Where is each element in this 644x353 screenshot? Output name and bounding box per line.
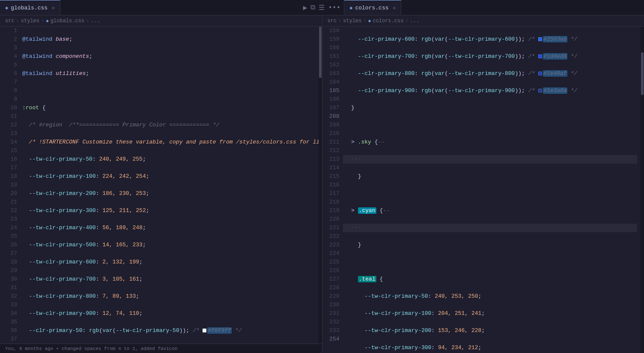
rbc-styles: styles xyxy=(343,18,361,24)
rbc-more: ... xyxy=(410,18,420,24)
left-code-area: 1 2 3 4 5 6 7 8 9 10 11 12 13 14 15 16 1… xyxy=(0,27,322,344)
tab-colors-css[interactable]: ◈ colors.css ✕ xyxy=(344,0,401,15)
right-code-area: 158 159 160 161 162 163 164 185 186 187 … xyxy=(322,27,644,353)
css-icon-right: ◈ xyxy=(349,5,352,11)
left-scrollbar[interactable] xyxy=(319,27,322,344)
css-icon-left: ◈ xyxy=(5,5,8,11)
rbc-filename: colors.css xyxy=(373,18,403,24)
bc-css-icon: ◈ xyxy=(46,18,49,24)
editors-container: src › styles › ◈ globals.css › ... 1 2 3… xyxy=(0,15,644,353)
layout-button[interactable]: ☰ xyxy=(319,3,325,12)
left-status-bar: You, 9 months ago • changed spaces from … xyxy=(0,344,322,353)
right-code-content[interactable]: --clr-primary-600: rgb(var(--tw-clr-prim… xyxy=(343,27,641,353)
bc-src: src xyxy=(5,18,15,24)
right-scrollbar[interactable] xyxy=(641,27,644,353)
right-tab-group: ◈ colors.css ✕ xyxy=(344,0,644,15)
tab-bar: ◈ globals.css ✕ ▶ ⧉ ☰ ••• ◈ colors.css ✕ xyxy=(0,0,644,15)
left-code-content[interactable]: @tailwind base; @tailwind components; @t… xyxy=(21,27,319,344)
rbc-css-icon: ◈ xyxy=(368,18,371,24)
rbc-src: src xyxy=(328,18,337,24)
tab-globals-label: globals.css xyxy=(11,5,48,11)
left-breadcrumb: src › styles › ◈ globals.css › ... xyxy=(0,15,322,27)
tab-colors-close[interactable]: ✕ xyxy=(393,5,396,11)
bc-more: ... xyxy=(91,18,100,24)
right-line-numbers: 158 159 160 161 162 163 164 185 186 187 … xyxy=(322,27,343,353)
left-scrollbar-thumb[interactable] xyxy=(319,27,322,78)
tab-globals-css[interactable]: ◈ globals.css ✕ xyxy=(0,0,60,15)
run-button[interactable]: ▶ xyxy=(303,3,307,12)
bc-styles: styles xyxy=(21,18,39,24)
right-breadcrumb: src › styles › ◈ colors.css › ... xyxy=(322,15,644,27)
left-editor-pane: src › styles › ◈ globals.css › ... 1 2 3… xyxy=(0,15,322,353)
split-button[interactable]: ⧉ xyxy=(310,3,315,12)
left-line-numbers: 1 2 3 4 5 6 7 8 9 10 11 12 13 14 15 16 1… xyxy=(0,27,21,344)
left-status-text: You, 9 months ago • changed spaces from … xyxy=(5,346,178,351)
more-button[interactable]: ••• xyxy=(328,4,340,12)
right-editor-pane: src › styles › ◈ colors.css › ... 158 15… xyxy=(322,15,644,353)
tab-globals-close[interactable]: ✕ xyxy=(52,5,55,11)
left-tab-group: ◈ globals.css ✕ xyxy=(0,0,300,15)
right-scrollbar-thumb[interactable] xyxy=(641,52,644,95)
tab-colors-label: colors.css xyxy=(355,5,388,11)
toolbar-actions: ▶ ⧉ ☰ ••• xyxy=(300,3,344,12)
bc-filename: globals.css xyxy=(51,18,84,24)
